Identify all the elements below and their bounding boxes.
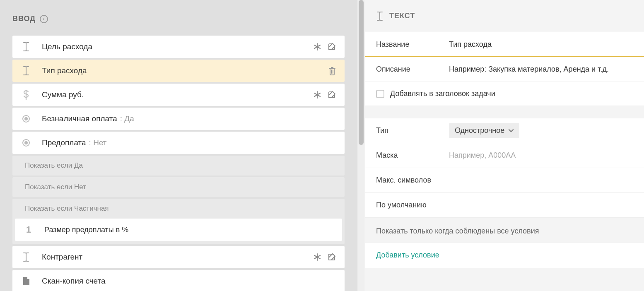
field-label: Цель расхода: [42, 42, 92, 51]
prop-row-checkbox[interactable]: Добавлять в заголовок задачи: [365, 82, 644, 106]
scrollbar[interactable]: [357, 0, 365, 291]
field-value: : Да: [120, 114, 134, 123]
conditional-label: Показать если Частичная: [12, 199, 345, 219]
field-label: Тип расхода: [42, 66, 87, 75]
chevron-down-icon: [509, 129, 514, 132]
field-row-counterparty[interactable]: Контрагент: [12, 246, 345, 268]
conditional-block-partial[interactable]: Показать если Частичная 1 Размер предопл…: [12, 199, 345, 244]
prop-row-type: Тип Однострочное: [365, 118, 644, 143]
prop-label: Тип: [376, 126, 449, 135]
field-label: Предоплата: [42, 138, 86, 147]
conditional-label: Показать если Да: [12, 156, 345, 176]
radio-icon: [21, 115, 31, 123]
text-cursor-icon: [376, 12, 384, 21]
select-value: Однострочное: [455, 126, 504, 135]
field-list: Цель расхода Тип расхода Сумма руб.: [12, 36, 345, 284]
prop-label: Описание: [376, 65, 449, 74]
left-panel-header: ВВОД i: [12, 14, 345, 23]
edit-icon[interactable]: [327, 253, 336, 262]
prop-label: Название: [376, 40, 449, 49]
field-label: Сумма руб.: [42, 90, 84, 99]
left-panel: ВВОД i Цель расхода Тип расхода: [0, 0, 357, 291]
mask-input[interactable]: Например, А000АА: [449, 151, 633, 160]
required-icon: [313, 253, 321, 261]
right-panel-header: ТЕКСТ: [365, 0, 644, 32]
money-icon: [21, 90, 31, 100]
conditional-block-no[interactable]: Показать если Нет: [12, 177, 345, 197]
right-panel-title: ТЕКСТ: [389, 12, 415, 20]
text-cursor-icon: [21, 253, 31, 262]
trash-icon[interactable]: [328, 66, 336, 75]
field-row-cashless[interactable]: Безналичная оплата : Да: [12, 108, 345, 130]
edit-icon[interactable]: [327, 42, 336, 51]
field-label: Скан-копия счета: [42, 277, 106, 286]
field-row-expense-type[interactable]: Тип расхода: [12, 60, 345, 82]
prop-row-description[interactable]: Описание Например: Закупка материалов, А…: [365, 57, 644, 82]
radio-icon: [21, 139, 31, 147]
conditions-header: Показать только когда соблюдены все усло…: [365, 218, 644, 242]
description-input[interactable]: Например: Закупка материалов, Аренда и т…: [449, 65, 633, 74]
required-icon: [313, 43, 321, 51]
prop-row-mask[interactable]: Маска Например, А000АА: [365, 143, 644, 168]
prop-row-default[interactable]: По умолчанию: [365, 193, 644, 218]
prop-row-maxlen[interactable]: Макс. символов: [365, 168, 644, 193]
field-row-prepay[interactable]: Предоплата : Нет: [12, 132, 345, 154]
svg-point-1: [24, 117, 28, 120]
prop-label: По умолчанию: [376, 201, 449, 209]
field-label: Контрагент: [42, 253, 82, 262]
left-panel-title: ВВОД: [12, 14, 36, 23]
field-row-scan[interactable]: Скан-копия счета: [12, 270, 345, 291]
field-row-purpose[interactable]: Цель расхода: [12, 36, 345, 58]
prop-label: Макс. символов: [376, 176, 431, 185]
field-label: Размер предоплаты в %: [44, 226, 128, 234]
info-icon[interactable]: i: [40, 15, 48, 23]
prop-label: Маска: [376, 151, 449, 160]
field-row-amount[interactable]: Сумма руб.: [12, 84, 345, 106]
conditional-block-yes[interactable]: Показать если Да: [12, 156, 345, 176]
file-icon: [21, 277, 31, 286]
type-select[interactable]: Однострочное: [449, 123, 519, 138]
edit-icon[interactable]: [327, 90, 336, 99]
section-gap: [365, 106, 644, 118]
number-icon: 1: [23, 224, 34, 235]
add-condition-button[interactable]: Добавить условие: [365, 242, 644, 268]
conditional-label: Показать если Нет: [12, 177, 345, 197]
name-input[interactable]: Тип расхода: [449, 40, 633, 49]
required-icon: [313, 91, 321, 99]
text-cursor-icon: [21, 42, 31, 51]
nested-field-prepay-percent[interactable]: 1 Размер предоплаты в %: [15, 219, 342, 241]
field-label: Безналичная оплата: [42, 114, 117, 123]
right-panel: ТЕКСТ Название Тип расхода Описание Напр…: [365, 0, 644, 291]
field-value: : Нет: [89, 138, 107, 147]
text-cursor-icon: [21, 66, 31, 75]
checkbox[interactable]: [376, 90, 384, 98]
prop-row-name[interactable]: Название Тип расхода: [365, 32, 644, 57]
svg-point-3: [24, 141, 28, 144]
scrollbar-thumb[interactable]: [359, 0, 364, 145]
checkbox-label: Добавлять в заголовок задачи: [390, 89, 495, 98]
